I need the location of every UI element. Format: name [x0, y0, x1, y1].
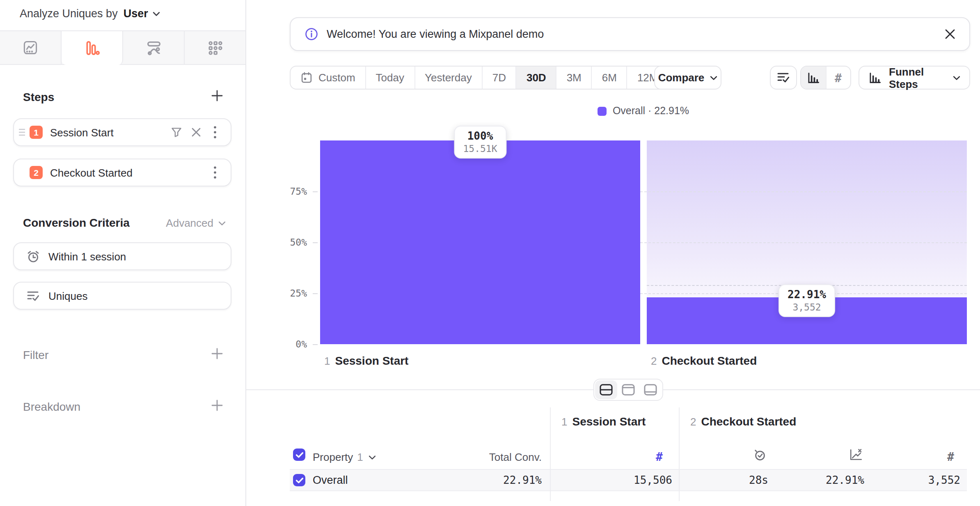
select-all-checkbox[interactable] [293, 448, 305, 461]
range-label: 6M [602, 71, 617, 84]
range-custom[interactable]: Custom [291, 67, 366, 89]
flows-icon [146, 40, 161, 55]
range-label: 30D [527, 71, 546, 84]
uniques-toggle-button[interactable] [770, 66, 797, 90]
funnel-bar-step1[interactable] [320, 140, 640, 344]
counting-method-label[interactable]: Uniques [48, 290, 87, 302]
welcome-banner: Welcome! You are viewing a Mixpanel demo [290, 17, 970, 51]
range-label: 3M [567, 71, 582, 84]
breakdown-title: Breakdown [23, 400, 80, 413]
bar-chart-icon [807, 71, 820, 84]
steps-title: Steps [23, 90, 54, 104]
tooltip-pct: 22.91% [788, 288, 826, 301]
range-7d[interactable]: 7D [483, 67, 517, 89]
property-column-header[interactable]: Property 1 [313, 451, 376, 463]
analyze-by-value[interactable]: User [124, 7, 148, 20]
step-number-badge: 1 [30, 126, 43, 139]
filter-title: Filter [23, 348, 48, 361]
legend-label: Overall · 22.91% [613, 105, 689, 117]
property-label: Property [313, 451, 353, 463]
sidebar: Analyze Uniques by User [0, 0, 246, 506]
chevron-down-icon [369, 455, 376, 460]
row-name: Overall [313, 474, 348, 486]
conversion-window-label[interactable]: Within 1 session [48, 250, 126, 262]
filter-icon[interactable] [171, 126, 182, 138]
compare-label: Compare [658, 71, 705, 84]
view-dropdown-label: Funnel Steps [889, 65, 946, 90]
range-30d-active[interactable]: 30D [517, 67, 557, 89]
conversion-window-card[interactable]: Within 1 session [13, 242, 231, 270]
chart-view-button[interactable] [617, 380, 639, 399]
y-axis-tick-75: 75% [264, 186, 307, 197]
chart-legend[interactable]: Overall · 22.91% [320, 105, 967, 117]
column-divider [679, 407, 680, 501]
total-conv-column-header[interactable]: Total Conv. [443, 451, 542, 463]
date-range-selector: Custom Today Yesterday 7D 30D 3M 6M 12M [290, 66, 669, 90]
list-check-icon [776, 71, 790, 85]
add-breakdown-button[interactable] [211, 399, 224, 412]
range-label: Custom [318, 71, 355, 84]
close-icon[interactable] [191, 127, 201, 137]
tab-insights[interactable] [0, 31, 62, 64]
add-filter-button[interactable] [211, 347, 224, 361]
chevron-down-icon [953, 75, 960, 80]
row-step2-uniques: 3,552 [862, 474, 960, 486]
range-6m[interactable]: 6M [592, 67, 627, 89]
kebab-menu-icon[interactable] [213, 166, 217, 179]
funnel-steps-icon [868, 71, 882, 84]
step-card-1[interactable]: 1 Session Start [13, 118, 231, 146]
range-today[interactable]: Today [366, 67, 415, 89]
range-3m[interactable]: 3M [557, 67, 592, 89]
step-label[interactable]: Session Start [50, 126, 114, 138]
row-step1-uniques: 15,506 [574, 474, 672, 486]
bar-format-button[interactable] [801, 67, 825, 89]
step-card-2[interactable]: 2 Checkout Started [13, 159, 231, 186]
step-number: 2 [690, 416, 696, 428]
table-view-button[interactable] [639, 380, 662, 399]
count-metric-icon[interactable]: # [656, 450, 663, 463]
close-icon[interactable] [945, 29, 955, 39]
count-metric-icon[interactable]: # [947, 450, 954, 463]
step-name: Checkout Started [701, 415, 796, 428]
conversion-criteria-title: Conversion Criteria [23, 216, 130, 229]
funnel-chart: 100% 15.51K 22.91% 3,552 [320, 140, 967, 344]
calendar-icon [300, 71, 313, 84]
row-checkbox[interactable] [293, 474, 305, 486]
main-content: Welcome! You are viewing a Mixpanel demo… [246, 0, 980, 506]
kebab-menu-icon[interactable] [213, 126, 217, 139]
row-conv-rate: 22.91% [766, 474, 864, 486]
step-name: Checkout Started [662, 354, 757, 367]
time-to-convert-icon[interactable] [753, 448, 767, 462]
info-icon [305, 27, 318, 41]
conversion-rate-icon[interactable] [849, 448, 863, 462]
tab-retention[interactable] [185, 31, 245, 64]
step-name: Session Start [335, 354, 408, 367]
step-number: 1 [324, 355, 330, 367]
add-step-button[interactable] [211, 90, 224, 103]
y-axis-tick-25: 25% [264, 288, 307, 299]
split-view-button[interactable] [595, 380, 617, 399]
report-type-tabs [0, 30, 245, 65]
tab-funnels[interactable] [62, 31, 123, 65]
tab-flows[interactable] [123, 31, 185, 64]
drag-handle-icon[interactable] [19, 128, 25, 136]
number-format-button[interactable]: # [826, 67, 850, 89]
compare-button[interactable]: Compare [654, 66, 721, 90]
uniques-list-check-icon [26, 289, 40, 303]
column-divider [550, 407, 551, 501]
tooltip-pct: 100% [463, 130, 497, 142]
legend-swatch [598, 106, 607, 115]
analyze-by-control[interactable]: Analyze Uniques by User [20, 7, 160, 20]
view-dropdown[interactable]: Funnel Steps [859, 66, 970, 90]
advanced-dropdown[interactable]: Advanced [166, 217, 226, 229]
counting-method-card[interactable]: Uniques [13, 282, 231, 310]
analyze-by-label: Analyze Uniques by [20, 7, 118, 20]
range-label: 7D [492, 71, 506, 84]
tooltip-count: 15.51K [463, 143, 497, 154]
range-label: Today [376, 71, 404, 84]
range-yesterday[interactable]: Yesterday [415, 67, 483, 89]
table-row[interactable]: Overall 22.91% 15,506 28s 22.91% 3,552 [290, 469, 967, 491]
step-label[interactable]: Checkout Started [50, 166, 133, 179]
advanced-label: Advanced [166, 217, 213, 229]
x-axis-label-step2: 2 Checkout Started [651, 354, 757, 367]
